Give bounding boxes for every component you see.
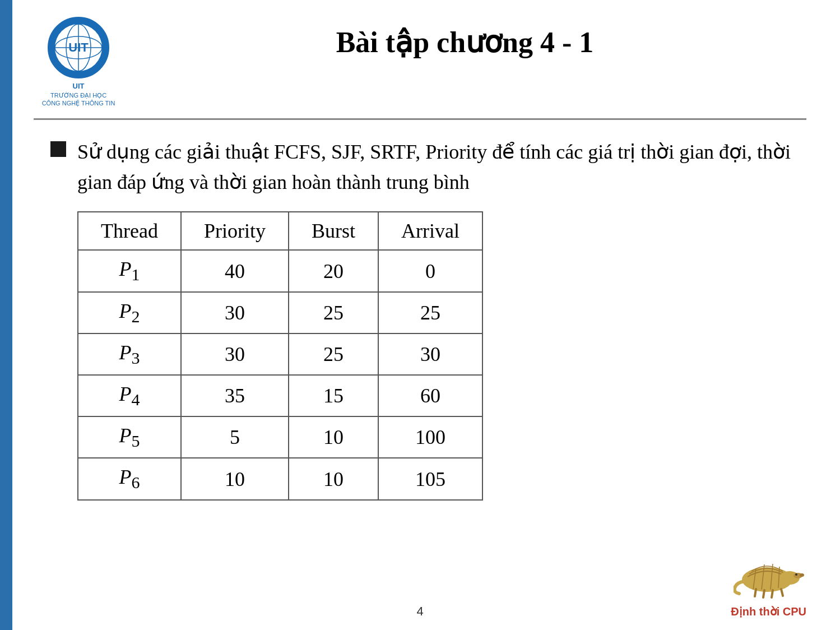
title-area: Bài tập chương 4 - 1: [123, 17, 806, 59]
priority-cell: 35: [181, 375, 289, 416]
svg-point-12: [795, 573, 797, 576]
svg-line-13: [755, 589, 756, 596]
logo-area: UIT UIT TRƯỜNG ĐẠI HỌC CÔNG NGHỆ THÔNG T…: [34, 17, 123, 107]
burst-cell: 15: [289, 375, 378, 416]
footer: 4 Định thời CPU: [34, 604, 806, 619]
col-header-priority: Priority: [181, 212, 289, 250]
arrival-cell: 60: [378, 375, 482, 416]
university-line2: TRƯỜNG ĐẠI HỌC: [42, 91, 115, 99]
col-header-burst: Burst: [289, 212, 378, 250]
data-table-wrapper: Thread Priority Burst Arrival P1 40 20 0…: [77, 211, 806, 500]
svg-point-11: [800, 573, 804, 577]
thread-cell: P5: [78, 416, 181, 458]
arrival-cell: 30: [378, 333, 482, 375]
header-divider: [34, 118, 806, 120]
table-header-row: Thread Priority Burst Arrival: [78, 212, 482, 250]
priority-cell: 30: [181, 292, 289, 333]
burst-cell: 10: [289, 458, 378, 499]
burst-cell: 25: [289, 292, 378, 333]
table-row: P3 30 25 30: [78, 333, 482, 375]
university-logo: UIT: [48, 17, 109, 78]
thread-cell: P6: [78, 458, 181, 499]
table-row: P6 10 10 105: [78, 458, 482, 499]
burst-cell: 10: [289, 416, 378, 458]
table-row: P5 5 10 100: [78, 416, 482, 458]
main-content: Sử dụng các giải thuật FCFS, SJF, SRTF, …: [34, 137, 806, 500]
table-row: P2 30 25 25: [78, 292, 482, 333]
thread-cell: P2: [78, 292, 181, 333]
bullet-text: Sử dụng các giải thuật FCFS, SJF, SRTF, …: [77, 137, 806, 197]
thread-cell: P4: [78, 375, 181, 416]
arrival-cell: 25: [378, 292, 482, 333]
arrival-cell: 0: [378, 250, 482, 291]
col-header-arrival: Arrival: [378, 212, 482, 250]
svg-line-15: [772, 590, 773, 597]
bullet-square-icon: [50, 141, 66, 157]
table-row: P1 40 20 0: [78, 250, 482, 291]
priority-cell: 10: [181, 458, 289, 499]
page-title: Bài tập chương 4 - 1: [123, 25, 806, 59]
priority-cell: 5: [181, 416, 289, 458]
arrival-cell: 105: [378, 458, 482, 499]
process-table: Thread Priority Burst Arrival P1 40 20 0…: [77, 211, 483, 500]
armadillo-image: [734, 549, 806, 599]
page-number: 4: [416, 604, 423, 619]
blue-accent-bar: [0, 0, 12, 630]
svg-line-14: [763, 590, 764, 597]
burst-cell: 25: [289, 333, 378, 375]
thread-cell: P1: [78, 250, 181, 291]
header: UIT UIT TRƯỜNG ĐẠI HỌC CÔNG NGHỆ THÔNG T…: [34, 17, 806, 107]
priority-cell: 30: [181, 333, 289, 375]
svg-text:UIT: UIT: [68, 40, 89, 54]
arrival-cell: 100: [378, 416, 482, 458]
priority-cell: 40: [181, 250, 289, 291]
bullet-item: Sử dụng các giải thuật FCFS, SJF, SRTF, …: [50, 137, 806, 197]
university-name: UIT TRƯỜNG ĐẠI HỌC CÔNG NGHỆ THÔNG TIN: [42, 82, 115, 107]
university-line1: UIT: [42, 82, 115, 91]
burst-cell: 20: [289, 250, 378, 291]
university-line3: CÔNG NGHỆ THÔNG TIN: [42, 99, 115, 107]
thread-cell: P3: [78, 333, 181, 375]
footer-right-text: Định thời CPU: [731, 605, 806, 618]
svg-line-16: [781, 589, 783, 596]
table-row: P4 35 15 60: [78, 375, 482, 416]
col-header-thread: Thread: [78, 212, 181, 250]
